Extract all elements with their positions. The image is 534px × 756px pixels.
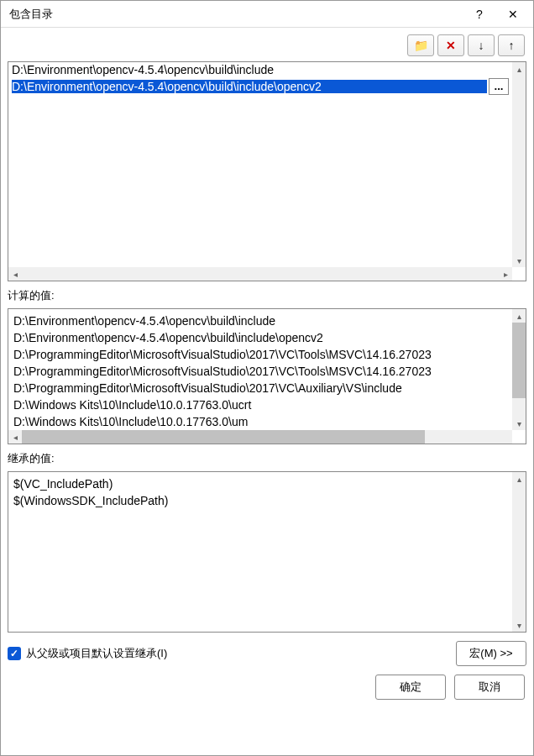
dialog-body: 📁 ✕ ↓ ↑ D:\Environment\opencv-4.5.4\open… [1,28,533,755]
x-icon: ✕ [446,39,456,52]
scroll-up-icon: ▴ [512,472,526,486]
inherit-checkbox-label: 从父级或项目默认设置继承(I) [26,646,167,661]
list-item[interactable]: D:\Environment\opencv-4.5.4\opencv\build… [8,77,512,96]
scroll-down-icon: ▾ [512,254,526,267]
inherit-checkbox[interactable]: ✓ [8,647,21,660]
help-button[interactable]: ? [463,3,496,26]
scrollbar-thumb[interactable] [512,323,526,398]
scroll-right-icon: ▸ [499,444,512,444]
vertical-scrollbar[interactable]: ▴ ▾ [512,309,526,430]
scroll-right-icon: ▸ [499,267,512,281]
scroll-left-icon: ◂ [8,267,22,281]
move-up-button[interactable]: ↑ [498,34,525,56]
inherited-values-box: $(VC_IncludePath) $(WindowsSDK_IncludePa… [8,471,526,633]
path-text: D:\Environment\opencv-4.5.4\opencv\build… [12,63,274,76]
inherit-checkbox-wrap[interactable]: ✓ 从父级或项目默认设置继承(I) [8,646,456,661]
editor-toolbar: 📁 ✕ ↓ ↑ [8,34,526,56]
move-down-button[interactable]: ↓ [468,34,495,56]
path-edit-row: D:\Environment\opencv-4.5.4\opencv\build… [12,78,509,95]
horizontal-scrollbar[interactable]: ◂ ▸ [8,430,512,444]
horizontal-scrollbar[interactable]: ◂ ▸ [8,267,512,281]
dialog-title: 包含目录 [9,7,463,22]
path-text: D:\Environment\opencv-4.5.4\opencv\build… [12,80,322,93]
new-line-button[interactable]: 📁 [407,34,434,56]
arrow-down-icon: ↓ [479,39,484,52]
include-paths-editor[interactable]: D:\Environment\opencv-4.5.4\opencv\build… [8,61,526,281]
dialog-buttons: 确定 取消 [8,671,526,701]
list-item[interactable]: D:\Environment\opencv-4.5.4\opencv\build… [8,62,512,77]
ok-button[interactable]: 确定 [375,675,446,700]
inherited-item: $(WindowsSDK_IncludePath) [13,492,507,509]
scrollbar-thumb[interactable] [22,430,425,444]
calculated-item: D:\Windows Kits\10\Include\10.0.17763.0\… [13,396,507,413]
scroll-down-icon: ▾ [512,618,526,632]
delete-button[interactable]: ✕ [437,34,464,56]
macros-button[interactable]: 宏(M) >> [456,641,526,666]
scroll-left-icon: ◂ [8,430,22,444]
scroll-up-icon: ▴ [512,309,526,323]
cancel-button[interactable]: 取消 [454,675,525,700]
calculated-item: D:\Environment\opencv-4.5.4\opencv\build… [13,312,507,329]
calculated-values-box: D:\Environment\opencv-4.5.4\opencv\build… [8,308,526,444]
calculated-values-list: D:\Environment\opencv-4.5.4\opencv\build… [8,309,512,430]
calculated-item: D:\ProgrammingEditor\MicrosoftVisualStud… [13,363,507,380]
browse-button[interactable]: ... [489,78,509,95]
titlebar: 包含目录 ? ✕ [1,1,533,28]
scroll-up-icon: ▴ [512,62,526,76]
calculated-item: D:\ProgrammingEditor\MicrosoftVisualStud… [13,346,507,363]
calculated-item: D:\ProgrammingEditor\MicrosoftVisualStud… [13,380,507,396]
vertical-scrollbar[interactable]: ▴ ▾ [512,62,526,267]
inherited-values-list: $(VC_IncludePath) $(WindowsSDK_IncludePa… [8,472,512,632]
calculated-item: D:\Windows Kits\10\Include\10.0.17763.0\… [13,413,507,430]
path-edit-field[interactable]: D:\Environment\opencv-4.5.4\opencv\build… [12,80,487,93]
close-button[interactable]: ✕ [496,3,530,26]
include-paths-list: D:\Environment\opencv-4.5.4\opencv\build… [8,62,512,267]
options-row: ✓ 从父级或项目默认设置继承(I) 宏(M) >> [8,641,526,666]
arrow-up-icon: ↑ [509,39,515,52]
calculated-item: D:\Environment\opencv-4.5.4\opencv\build… [13,329,507,346]
inherited-item: $(VC_IncludePath) [13,475,507,492]
folder-icon: 📁 [414,39,428,52]
calculated-label: 计算的值: [8,288,526,303]
scroll-down-icon: ▾ [512,417,526,430]
vertical-scrollbar[interactable]: ▴ ▾ [512,472,526,632]
inherited-label: 继承的值: [8,451,526,466]
